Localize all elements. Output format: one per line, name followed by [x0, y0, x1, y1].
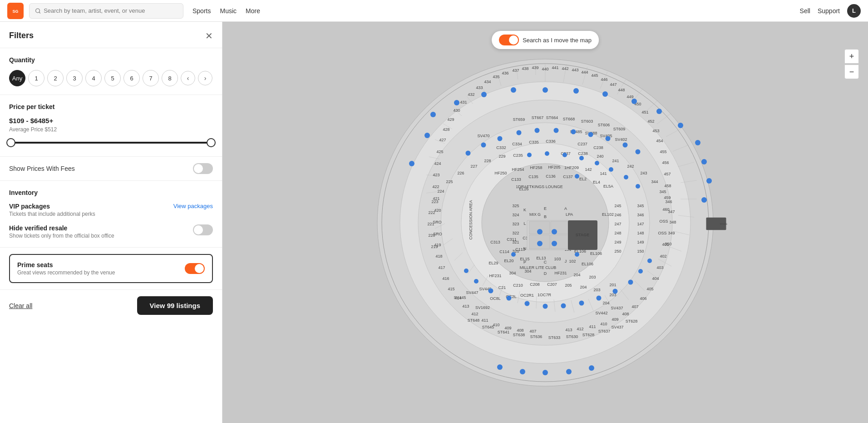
svg-text:STAGE: STAGE: [720, 223, 728, 225]
svg-text:SG: SG: [12, 9, 18, 13]
svg-point-328: [597, 295, 602, 300]
slider-thumb-left[interactable]: [6, 138, 15, 147]
slider-thumb-right[interactable]: [207, 138, 216, 147]
price-slider-track[interactable]: [11, 142, 211, 144]
nav-sports[interactable]: Sports: [192, 7, 211, 15]
sell-link[interactable]: Sell: [800, 7, 810, 15]
map-search-toggle-button[interactable]: [499, 35, 519, 45]
svg-text:347: 347: [668, 209, 675, 214]
svg-point-290: [656, 109, 662, 114]
svg-text:L: L: [523, 221, 526, 226]
svg-text:C: C: [544, 260, 547, 264]
svg-text:ST659: ST659: [513, 117, 525, 122]
svg-text:424: 424: [434, 161, 441, 166]
svg-text:ST667: ST667: [532, 115, 544, 120]
svg-text:103: 103: [554, 257, 561, 261]
search-bar[interactable]: [29, 3, 183, 19]
svg-text:423: 423: [433, 173, 439, 177]
prime-seats-subtitle: Great views recommended by the venue: [17, 269, 115, 276]
svg-point-339: [511, 252, 516, 257]
search-input[interactable]: [44, 7, 178, 14]
qty-3[interactable]: 3: [66, 70, 83, 86]
qty-prev[interactable]: ‹: [181, 71, 195, 85]
svg-text:409: 409: [612, 317, 618, 322]
svg-text:346: 346: [637, 213, 644, 217]
qty-8[interactable]: 8: [162, 70, 178, 86]
clear-all-button[interactable]: Clear all: [9, 302, 32, 309]
svg-text:1HF209: 1HF209: [564, 165, 579, 170]
svg-point-310: [636, 149, 641, 154]
close-filters-button[interactable]: ✕: [205, 31, 213, 40]
svg-text:EL102: EL102: [602, 212, 614, 217]
svg-text:323: 323: [512, 222, 519, 226]
svg-point-286: [542, 87, 548, 93]
svg-text:428: 428: [443, 127, 449, 132]
svg-point-302: [498, 136, 503, 141]
svg-point-320: [636, 184, 640, 189]
hide-resale-toggle[interactable]: [193, 224, 213, 235]
svg-text:N: N: [523, 246, 527, 251]
navbar: SG Sports Music More Sell Support L: [0, 0, 868, 22]
svg-text:425: 425: [436, 149, 443, 154]
svg-point-304: [535, 128, 540, 133]
svg-text:ST664: ST664: [546, 115, 558, 120]
svg-text:C210: C210: [513, 283, 523, 288]
svg-text:458: 458: [664, 184, 671, 188]
qty-5[interactable]: 5: [104, 70, 121, 86]
svg-text:242: 242: [627, 164, 634, 169]
svg-text:OC8L: OC8L: [490, 296, 501, 301]
qty-7[interactable]: 7: [143, 70, 159, 86]
map-area[interactable]: Search as I move the map + −: [222, 22, 868, 423]
vip-title: VIP packages: [9, 203, 95, 210]
qty-6[interactable]: 6: [123, 70, 140, 86]
svg-text:402: 402: [660, 254, 666, 259]
svg-text:430: 430: [453, 108, 460, 113]
main-nav: Sports Music More: [192, 7, 260, 15]
svg-text:449: 449: [626, 95, 633, 99]
svg-point-343: [589, 365, 594, 371]
qty-2[interactable]: 2: [47, 70, 64, 86]
nav-more[interactable]: More: [246, 7, 260, 15]
svg-text:SV445: SV445: [454, 295, 466, 300]
svg-text:407: 407: [529, 329, 536, 333]
view-packages-link[interactable]: View packages: [173, 203, 213, 209]
zoom-out-button[interactable]: −: [844, 65, 859, 79]
svg-text:243: 243: [640, 171, 647, 175]
avatar[interactable]: L: [847, 4, 861, 18]
nav-music[interactable]: Music: [220, 7, 237, 15]
qty-any[interactable]: Any: [9, 70, 25, 86]
svg-text:434: 434: [484, 80, 491, 84]
svg-point-336: [552, 229, 557, 234]
view-listings-button[interactable]: View 99 listings: [137, 296, 213, 315]
svg-text:HF258: HF258: [530, 165, 542, 170]
svg-text:OC2R1: OC2R1: [520, 293, 534, 298]
qty-4[interactable]: 4: [85, 70, 102, 86]
stadium-map[interactable]: 440 441 442 439 438 437 443 444 445 446 …: [359, 36, 731, 409]
stadium-svg: 440 441 442 439 438 437 443 444 445 446 …: [359, 36, 731, 409]
quantity-row: Any 1 2 3 4 5 6 7 8 ‹ ›: [9, 70, 213, 86]
price-average: Average Price $512: [9, 126, 213, 133]
svg-point-303: [517, 130, 522, 135]
vip-subtitle: Tickets that include additional perks: [9, 211, 95, 217]
svg-text:250: 250: [614, 249, 621, 254]
svg-text:EL106: EL106: [590, 251, 602, 256]
svg-text:C135: C135: [528, 174, 538, 179]
svg-text:437: 437: [512, 68, 519, 73]
svg-point-331: [474, 279, 478, 284]
support-link[interactable]: Support: [818, 7, 840, 15]
svg-line-3: [39, 12, 40, 13]
qty-1[interactable]: 1: [28, 70, 44, 86]
svg-text:C336: C336: [546, 139, 556, 144]
svg-point-305: [554, 128, 559, 133]
prime-seats-toggle[interactable]: [185, 263, 205, 274]
svg-point-327: [579, 300, 584, 305]
zoom-in-button[interactable]: +: [844, 49, 859, 64]
svg-text:HF254: HF254: [512, 167, 524, 172]
vip-row: VIP packages Tickets that include additi…: [9, 203, 213, 217]
svg-text:405: 405: [646, 287, 653, 291]
svg-point-329: [613, 289, 618, 294]
svg-text:453: 453: [652, 129, 659, 133]
svg-text:204: 204: [580, 285, 587, 289]
qty-next[interactable]: ›: [198, 71, 212, 85]
show-prices-fees-toggle[interactable]: [193, 163, 213, 174]
